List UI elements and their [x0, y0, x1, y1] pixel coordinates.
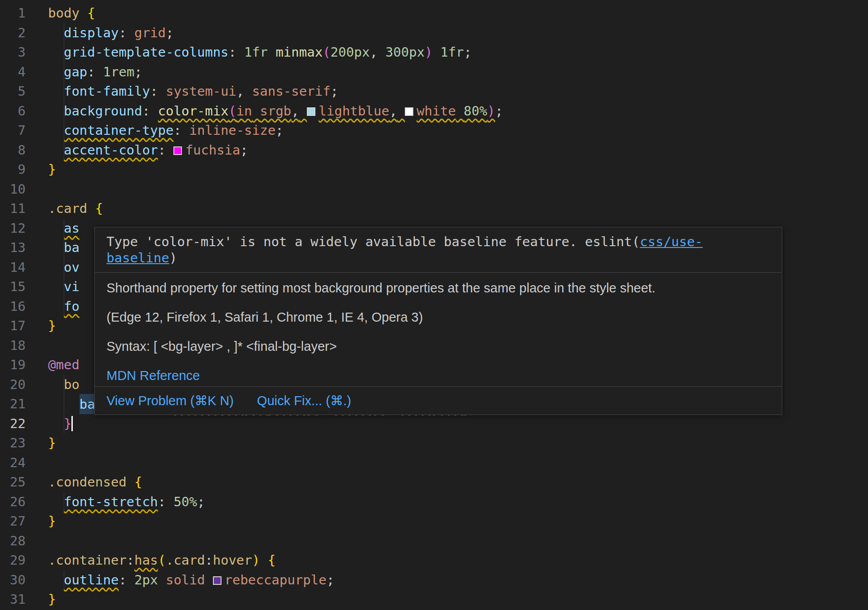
code-token	[397, 103, 405, 119]
code-line[interactable]: 23}	[0, 433, 868, 453]
code-line[interactable]: 3 grid-template-columns: 1fr minmax(200p…	[0, 43, 868, 62]
code-line[interactable]: 5 font-family: system-ui, sans-serif;	[0, 82, 868, 102]
code-token	[48, 299, 64, 314]
line-number: 25	[0, 473, 26, 492]
line-number: 3	[0, 43, 26, 62]
line-content[interactable]: .condensed {	[26, 473, 868, 492]
code-line[interactable]: 31}	[0, 590, 868, 610]
line-number: 11	[0, 199, 26, 219]
code-line[interactable]: 1body {	[0, 4, 868, 23]
code-line[interactable]: 29.container:has(.card:hover) {	[0, 551, 868, 570]
line-content[interactable]: }	[26, 590, 868, 610]
quick-fix-link[interactable]: Quick Fix... (⌘.)	[257, 393, 351, 409]
line-content[interactable]: .container:has(.card:hover) {	[26, 551, 868, 570]
code-token: ,	[236, 84, 244, 99]
line-content[interactable]: background: color-mix(in srgb, lightblue…	[26, 102, 868, 121]
code-line[interactable]: 27}	[0, 512, 868, 531]
code-token: hover	[213, 553, 252, 568]
code-line[interactable]: 26 font-stretch: 50%;	[0, 492, 868, 512]
code-line[interactable]: 28	[0, 531, 868, 551]
color-swatch[interactable]	[213, 576, 221, 585]
line-content[interactable]: outline: 2px solid rebeccapurple;	[26, 570, 868, 590]
line-content[interactable]: font-stretch: 50%;	[26, 492, 868, 512]
code-token: }	[48, 592, 56, 607]
code-token: }	[48, 435, 56, 451]
line-content[interactable]: font-family: system-ui, sans-serif;	[26, 82, 868, 102]
code-token: gap	[64, 64, 87, 80]
line-content[interactable]: .card {	[26, 199, 868, 219]
code-token: body	[48, 5, 80, 21]
code-token: )	[487, 103, 495, 119]
code-token: .card	[48, 201, 87, 216]
line-content[interactable]: }	[26, 433, 868, 453]
code-token: :	[127, 553, 134, 568]
line-content[interactable]: grid-template-columns: 1fr minmax(200px,…	[26, 43, 868, 62]
code-line[interactable]: 30 outline: 2px solid rebeccapurple;	[0, 570, 868, 590]
code-editor[interactable]: 1body {2 display: grid;3 grid-template-c…	[0, 0, 868, 610]
code-line[interactable]: 6 background: color-mix(in srgb, lightbl…	[0, 102, 868, 121]
indent-guide	[64, 394, 64, 414]
code-token: 80%	[464, 103, 487, 119]
code-token: fuchsia	[185, 142, 240, 158]
code-token: {	[87, 5, 95, 21]
headline-text: Type 'color-mix' is not a widely availab…	[106, 234, 585, 249]
code-line[interactable]: 8 accent-color: fuchsia;	[0, 141, 868, 160]
text-cursor	[71, 416, 73, 431]
code-line[interactable]: 24	[0, 453, 868, 473]
code-token	[48, 25, 64, 40]
line-content[interactable]: }	[26, 512, 868, 531]
line-content[interactable]: body {	[26, 4, 868, 23]
tooltip-body: Shorthand property for setting most back…	[95, 273, 782, 386]
line-content[interactable]	[26, 453, 868, 473]
line-number: 30	[0, 570, 26, 590]
code-token: :	[158, 142, 165, 158]
code-line[interactable]: 10	[0, 180, 868, 199]
code-token: :	[119, 572, 126, 588]
code-token: }	[48, 513, 56, 529]
code-token	[166, 494, 173, 509]
code-line[interactable]: 2 display: grid;	[0, 23, 868, 43]
code-token: minmax	[275, 44, 323, 60]
indent-guide	[64, 102, 64, 121]
code-token	[268, 44, 275, 60]
line-number: 23	[0, 433, 26, 453]
code-token: 1fr	[244, 44, 268, 60]
color-swatch[interactable]	[307, 107, 315, 116]
line-number: 12	[0, 219, 26, 239]
code-line[interactable]: 11.card {	[0, 199, 868, 219]
line-content[interactable]: }	[26, 414, 868, 434]
code-token	[48, 416, 64, 431]
code-line[interactable]: 25.condensed {	[0, 473, 868, 492]
line-content[interactable]: container-type: inline-size;	[26, 121, 868, 141]
code-line[interactable]: 9}	[0, 160, 868, 180]
line-content[interactable]: display: grid;	[26, 23, 868, 43]
line-content[interactable]	[26, 180, 868, 199]
code-token: container-type	[64, 123, 173, 138]
code-token: font-stretch	[64, 494, 158, 509]
code-token: :	[119, 25, 126, 40]
code-line[interactable]: 22 }	[0, 414, 868, 434]
code-token: @med	[48, 357, 80, 372]
mdn-reference-link[interactable]: MDN Reference	[106, 368, 200, 383]
line-content[interactable]: accent-color: fuchsia;	[26, 141, 868, 160]
code-token: vi	[64, 279, 80, 294]
line-number: 2	[0, 23, 26, 43]
code-line[interactable]: 4 gap: 1rem;	[0, 62, 868, 82]
line-number: 29	[0, 551, 26, 570]
code-token: )	[425, 44, 432, 60]
code-token	[48, 84, 64, 99]
indent-guide	[64, 238, 64, 258]
line-content[interactable]: gap: 1rem;	[26, 62, 868, 82]
code-token: accent-color	[64, 142, 158, 158]
line-number: 21	[0, 394, 26, 414]
view-problem-link[interactable]: View Problem (⌘K N)	[106, 393, 234, 409]
code-token: ;	[166, 25, 173, 40]
color-swatch[interactable]	[173, 146, 182, 155]
line-number: 9	[0, 160, 26, 180]
line-content[interactable]	[26, 531, 868, 551]
line-content[interactable]: }	[26, 160, 868, 180]
code-token	[150, 103, 158, 119]
code-token	[182, 123, 189, 138]
color-swatch[interactable]	[405, 107, 413, 116]
code-line[interactable]: 7 container-type: inline-size;	[0, 121, 868, 141]
